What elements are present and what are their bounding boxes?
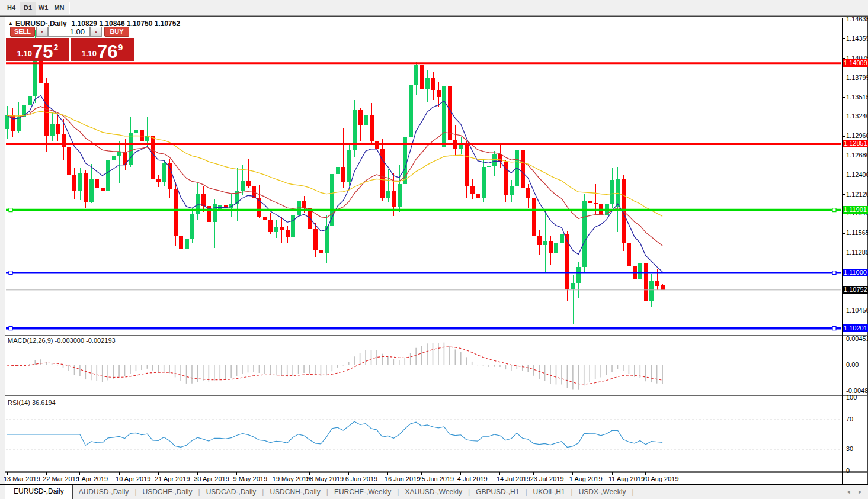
buy-button[interactable]: BUY [104,27,129,37]
buy-price-prefix: 1.10 [82,49,97,58]
buy-price-point: 9 [118,43,123,52]
hline-handle[interactable] [832,271,836,275]
tab-usdx-weekly[interactable]: USDX-,Weekly [573,485,632,499]
macd-panel [7,343,662,390]
macd-values: -0.003000 -0.002193 [55,337,115,344]
tab-gbpusd-h1[interactable]: GBPUSD-,H1 [470,485,525,499]
rsi-panel-label: RSI(14) 36.6194 [8,399,56,406]
buy-price-pips: 76 [97,43,117,60]
symbol-tab-bar: EURUSD-,DailyAUDUSD-,Daily|USDCHF-,Daily… [0,484,868,499]
sell-price-point: 2 [54,43,59,52]
timeframe-w1-button[interactable]: W1 [36,2,51,14]
timeframe-h4-button[interactable]: H4 [4,2,19,14]
tab-eurchf-weekly[interactable]: EURCHF-,Weekly [328,485,397,499]
rsi-name: RSI(14) [8,399,30,406]
chart-canvas[interactable] [0,0,868,499]
tab-divider: | [632,485,634,499]
tab-scroll-right-icon[interactable]: ► [856,488,864,496]
toolbar-edge [0,15,868,17]
buy-price-panel[interactable]: 1.10 76 9 [71,38,134,61]
volume-decrease-button[interactable]: ▼ [36,27,48,37]
hline-handle[interactable] [9,208,12,212]
sell-price-prefix: 1.10 [17,49,32,58]
collapse-arrow-icon: ▲ [8,21,13,26]
moving-averages-layer [7,96,662,272]
volume-input[interactable] [48,27,90,37]
window-borders [5,17,868,484]
hline-handle[interactable] [832,327,836,330]
tab-usdcnh-daily[interactable]: USDCNH-,Daily [264,485,326,499]
timeframe-d1-button[interactable]: D1 [20,2,36,15]
rsi-value: 36.6194 [32,399,56,406]
hline-handle[interactable] [832,208,836,212]
tab-scroll-left-icon[interactable]: ◄ [844,488,853,496]
macd-panel-label: MACD(12,26,9) -0.003000 -0.002193 [8,337,116,344]
tab-usdchf-daily[interactable]: USDCHF-,Daily [137,485,198,499]
tab-ukoil-h1[interactable]: UKOil-,H1 [527,485,571,499]
tab-eurusd-daily[interactable]: EURUSD-,Daily [5,485,73,499]
sell-price-panel[interactable]: 1.10 75 2 [6,38,69,61]
volume-increase-button[interactable]: ▲ [90,27,102,37]
tab-xauusd-weekly[interactable]: XAUUSD-,Weekly [399,485,467,499]
sell-button[interactable]: SELL [10,27,35,37]
hline-handle[interactable] [9,271,12,275]
sell-price-pips: 75 [33,43,53,60]
hline-handle[interactable] [9,327,12,330]
tab-usdcad-daily[interactable]: USDCAD-,Daily [200,485,262,499]
toolbar-separator [69,2,70,14]
timeframe-toolbar: H4 D1 W1 MN [0,0,868,17]
macd-name: MACD(12,26,9) [8,337,53,344]
candles-layer [5,30,665,323]
timeframe-mn-button[interactable]: MN [52,2,67,14]
tab-audusd-daily[interactable]: AUDUSD-,Daily [73,485,135,499]
rsi-panel [6,420,841,449]
hlines-layer [6,63,841,330]
